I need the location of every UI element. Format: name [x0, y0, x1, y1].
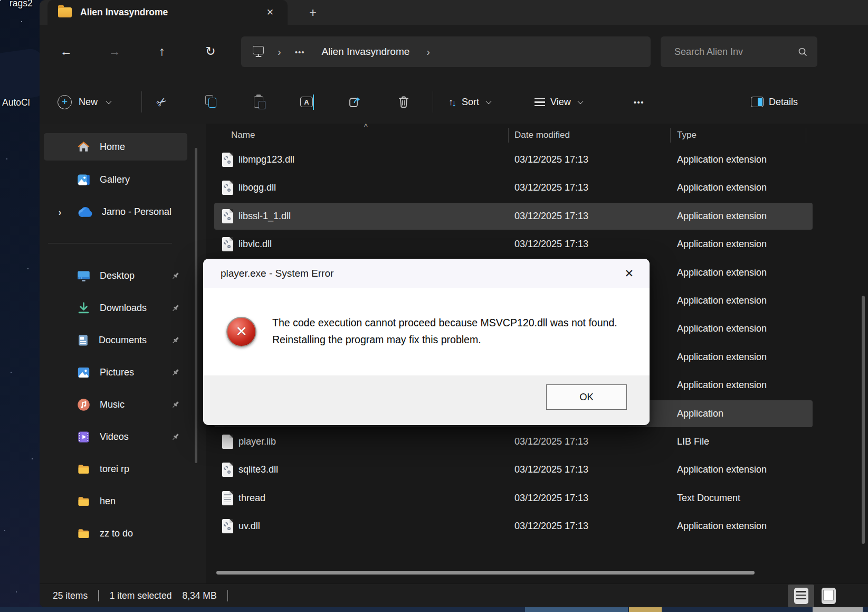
- share-button[interactable]: [344, 90, 367, 114]
- file-name: sqlite3.dll: [239, 456, 278, 484]
- sidebar-item-desktop[interactable]: Desktop: [44, 262, 187, 289]
- sidebar-item-label: Videos: [100, 431, 162, 442]
- file-row-libvlc-dll[interactable]: libvlc.dll03/12/2025 17:13Application ex…: [206, 230, 868, 258]
- system-error-dialog: player.exe - System Error ✕ ✕ The code e…: [203, 259, 650, 425]
- new-tab-button[interactable]: +: [302, 3, 323, 22]
- desktop-icon: [77, 269, 91, 283]
- refresh-button[interactable]: ↻: [199, 40, 222, 63]
- sidebar-item-torei-rp[interactable]: torei rp: [44, 455, 187, 483]
- column-divider[interactable]: [670, 128, 671, 143]
- file-row-libogg-dll[interactable]: libogg.dll03/12/2025 17:13Application ex…: [206, 174, 868, 202]
- folder-icon: [77, 463, 91, 476]
- command-toolbar: + New ✂ A ↑↓ Sort: [40, 80, 868, 124]
- delete-button[interactable]: [392, 90, 415, 114]
- new-button[interactable]: + New: [51, 90, 117, 114]
- sidebar-item-music[interactable]: Music: [44, 391, 187, 418]
- sidebar-item-gallery[interactable]: Gallery: [44, 166, 187, 193]
- file-type: Application: [677, 400, 723, 428]
- breadcrumb-chevron-icon[interactable]: ›: [426, 46, 430, 58]
- tab-alien-invasyndrome[interactable]: Alien Invasyndrome ✕: [47, 0, 288, 25]
- file-type: Application extension: [677, 259, 767, 287]
- share-icon: [348, 95, 362, 109]
- breadcrumb-current-folder[interactable]: Alien Invasyndrome: [321, 46, 409, 58]
- desktop-icon-label-autoclicker[interactable]: AutoCl: [2, 97, 30, 108]
- thumbnail-view-icon: [822, 588, 836, 604]
- file-name: libmpg123.dll: [239, 146, 294, 174]
- sidebar-item-hen[interactable]: hen: [44, 487, 187, 515]
- status-bar: 25 items 1 item selected 8,34 MB: [40, 583, 868, 607]
- copy-button[interactable]: [199, 90, 222, 114]
- sidebar-scrollbar[interactable]: [195, 148, 197, 463]
- tab-close-icon[interactable]: ✕: [263, 5, 277, 20]
- details-pane-button[interactable]: Details: [746, 90, 803, 114]
- sort-label: Sort: [462, 97, 479, 108]
- sidebar-item-zz-to-do[interactable]: zz to do: [44, 520, 187, 547]
- new-label: New: [79, 97, 98, 108]
- this-pc-icon: [253, 46, 264, 54]
- file-date-modified: 03/12/2025 17:13: [514, 202, 588, 230]
- file-row-thread[interactable]: thread03/12/2025 17:13Text Document: [206, 484, 868, 512]
- sort-ascending-caret-icon: ^: [364, 123, 368, 131]
- sidebar-item-pictures[interactable]: Pictures: [44, 359, 187, 386]
- file-row-sqlite3-dll[interactable]: sqlite3.dll03/12/2025 17:13Application e…: [206, 456, 868, 484]
- file-row-libssl-1-1-dll[interactable]: libssl-1_1.dll03/12/2025 17:13Applicatio…: [206, 202, 868, 230]
- sidebar-item-label: Downloads: [100, 303, 162, 314]
- videos-icon: [77, 430, 91, 444]
- separator: [98, 590, 99, 601]
- search-box[interactable]: [661, 36, 817, 67]
- cut-button[interactable]: ✂: [150, 90, 174, 114]
- sidebar-item-videos[interactable]: Videos: [44, 423, 187, 450]
- paste-icon: [254, 96, 263, 108]
- rename-button[interactable]: A: [295, 90, 318, 114]
- sidebar-item-documents[interactable]: Documents: [44, 326, 187, 354]
- back-button[interactable]: ←: [54, 40, 78, 63]
- forward-button[interactable]: →: [103, 40, 126, 63]
- breadcrumb-ellipsis[interactable]: •••: [295, 48, 305, 57]
- sidebar-item-jarno-personal[interactable]: ›Jarno - Personal: [44, 198, 187, 225]
- expand-chevron-icon[interactable]: ›: [59, 206, 61, 217]
- dialog-close-icon[interactable]: ✕: [624, 267, 634, 280]
- scissors-icon: ✂: [155, 94, 170, 110]
- pin-icon: [171, 432, 180, 441]
- details-view-toggle[interactable]: [788, 585, 814, 607]
- sidebar-item-home[interactable]: Home: [44, 133, 187, 161]
- chevron-down-icon: [577, 98, 583, 104]
- column-divider[interactable]: [806, 128, 806, 143]
- sidebar-item-label: hen: [100, 496, 187, 507]
- more-options-button[interactable]: •••: [627, 90, 651, 114]
- downloads-icon: [77, 301, 91, 315]
- file-type: Application extension: [677, 371, 767, 399]
- address-bar[interactable]: › ••• Alien Invasyndrome ›: [241, 36, 651, 67]
- vertical-scrollbar[interactable]: [862, 296, 865, 544]
- separator: [227, 590, 228, 601]
- folder-icon: [58, 7, 72, 17]
- file-row-player-lib[interactable]: player.lib03/12/2025 17:13LIB File: [206, 428, 868, 456]
- view-button[interactable]: View: [529, 90, 588, 114]
- selection-size: 8,34 MB: [182, 590, 216, 601]
- horizontal-scrollbar[interactable]: [216, 571, 755, 575]
- chevron-down-icon: [485, 98, 491, 104]
- dialog-title-bar[interactable]: player.exe - System Error ✕: [203, 259, 650, 288]
- dll-file-icon: [222, 237, 233, 251]
- sort-button[interactable]: ↑↓ Sort: [443, 90, 496, 114]
- search-input[interactable]: [661, 36, 817, 67]
- rename-icon: A: [300, 97, 313, 107]
- file-row-uv-dll[interactable]: uv.dll03/12/2025 17:13Application extens…: [206, 512, 868, 540]
- folder-icon: [77, 495, 91, 508]
- file-row-libmpg123-dll[interactable]: libmpg123.dll03/12/2025 17:13Application…: [206, 146, 868, 174]
- ok-button[interactable]: OK: [546, 384, 627, 410]
- column-header-date-modified[interactable]: Date modified: [514, 130, 570, 140]
- column-header-name[interactable]: Name: [231, 130, 255, 140]
- details-pane-icon: [751, 97, 764, 107]
- paste-button[interactable]: [247, 90, 270, 114]
- desktop-icon-label-rags2[interactable]: rags2: [9, 0, 33, 9]
- up-button[interactable]: ↑: [150, 40, 174, 63]
- file-name: libvlc.dll: [239, 230, 272, 258]
- txt-file-icon: [222, 491, 233, 505]
- thumbnail-view-toggle[interactable]: [817, 585, 840, 607]
- column-divider[interactable]: [508, 128, 509, 143]
- column-header-type[interactable]: Type: [677, 130, 697, 140]
- dll-file-icon: [222, 463, 233, 477]
- file-name: uv.dll: [239, 512, 260, 540]
- sidebar-item-downloads[interactable]: Downloads: [44, 294, 187, 322]
